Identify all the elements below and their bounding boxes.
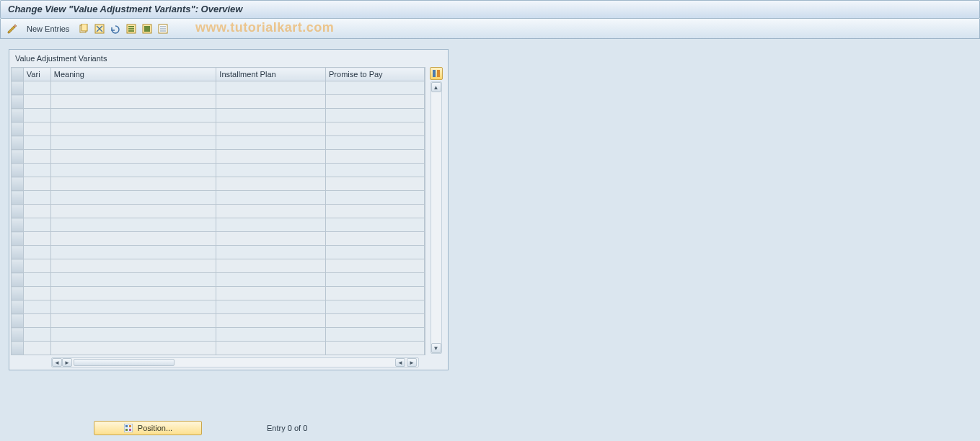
table-cell[interactable] <box>326 205 425 218</box>
new-entries-button[interactable]: New Entries <box>21 22 75 36</box>
table-cell[interactable] <box>23 287 50 300</box>
row-selector[interactable] <box>12 150 24 164</box>
table-row[interactable] <box>12 314 425 328</box>
table-row[interactable] <box>12 109 425 122</box>
table-cell[interactable] <box>23 191 50 205</box>
table-cell[interactable] <box>23 164 50 177</box>
table-row[interactable] <box>12 259 425 273</box>
table-cell[interactable] <box>23 328 50 342</box>
table-cell[interactable] <box>23 150 50 164</box>
select-all-icon[interactable] <box>124 22 138 36</box>
table-cell[interactable] <box>326 109 425 122</box>
table-cell[interactable] <box>326 177 425 191</box>
table-cell[interactable] <box>50 232 216 246</box>
scroll-left-icon[interactable]: ◄ <box>52 358 62 367</box>
table-cell[interactable] <box>50 122 216 136</box>
table-cell[interactable] <box>216 300 326 314</box>
table-cell[interactable] <box>216 109 326 122</box>
table-cell[interactable] <box>326 232 425 246</box>
table-cell[interactable] <box>216 314 326 328</box>
column-header-installment[interactable]: Installment Plan <box>216 68 326 81</box>
table-cell[interactable] <box>326 273 425 287</box>
table-cell[interactable] <box>216 136 326 150</box>
table-cell[interactable] <box>50 287 216 300</box>
row-selector-header[interactable] <box>12 68 24 81</box>
table-cell[interactable] <box>326 164 425 177</box>
scroll-up-icon[interactable]: ▲ <box>431 82 441 92</box>
row-selector[interactable] <box>12 273 24 287</box>
row-selector[interactable] <box>12 136 24 150</box>
table-cell[interactable] <box>216 218 326 232</box>
table-cell[interactable] <box>50 164 216 177</box>
deselect-all-icon[interactable] <box>156 22 170 36</box>
toggle-display-change-icon[interactable] <box>5 22 19 36</box>
table-cell[interactable] <box>326 122 425 136</box>
table-cell[interactable] <box>50 95 216 109</box>
table-cell[interactable] <box>216 259 326 273</box>
table-cell[interactable] <box>326 191 425 205</box>
table-cell[interactable] <box>23 259 50 273</box>
table-cell[interactable] <box>50 136 216 150</box>
table-cell[interactable] <box>326 259 425 273</box>
table-cell[interactable] <box>326 246 425 259</box>
row-selector[interactable] <box>12 232 24 246</box>
table-cell[interactable] <box>326 81 425 95</box>
table-cell[interactable] <box>216 205 326 218</box>
copy-as-icon[interactable] <box>76 22 91 36</box>
row-selector[interactable] <box>12 259 24 273</box>
table-cell[interactable] <box>326 300 425 314</box>
row-selector[interactable] <box>12 177 24 191</box>
row-selector[interactable] <box>12 122 24 136</box>
row-selector[interactable] <box>12 300 24 314</box>
table-row[interactable] <box>12 164 425 177</box>
table-row[interactable] <box>12 287 425 300</box>
table-cell[interactable] <box>50 150 216 164</box>
table-row[interactable] <box>12 191 425 205</box>
table-row[interactable] <box>12 232 425 246</box>
table-cell[interactable] <box>50 205 216 218</box>
row-selector[interactable] <box>12 314 24 328</box>
table-cell[interactable] <box>326 287 425 300</box>
row-selector[interactable] <box>12 95 24 109</box>
row-selector[interactable] <box>12 191 24 205</box>
undo-change-icon[interactable] <box>108 22 123 36</box>
table-cell[interactable] <box>50 342 216 355</box>
table-cell[interactable] <box>216 246 326 259</box>
table-cell[interactable] <box>216 164 326 177</box>
column-header-promise[interactable]: Promise to Pay <box>326 68 425 81</box>
table-row[interactable] <box>12 136 425 150</box>
table-cell[interactable] <box>23 314 50 328</box>
column-header-vari[interactable]: Vari <box>23 68 50 81</box>
table-cell[interactable] <box>326 314 425 328</box>
table-cell[interactable] <box>216 232 326 246</box>
table-row[interactable] <box>12 205 425 218</box>
table-cell[interactable] <box>50 81 216 95</box>
table-cell[interactable] <box>23 136 50 150</box>
table-cell[interactable] <box>216 95 326 109</box>
table-cell[interactable] <box>23 81 50 95</box>
table-cell[interactable] <box>50 109 216 122</box>
table-cell[interactable] <box>23 273 50 287</box>
table-cell[interactable] <box>216 122 326 136</box>
table-cell[interactable] <box>23 109 50 122</box>
table-cell[interactable] <box>50 191 216 205</box>
table-cell[interactable] <box>50 300 216 314</box>
table-row[interactable] <box>12 328 425 342</box>
table-row[interactable] <box>12 81 425 95</box>
table-cell[interactable] <box>50 218 216 232</box>
table-cell[interactable] <box>326 328 425 342</box>
row-selector[interactable] <box>12 109 24 122</box>
table-cell[interactable] <box>23 300 50 314</box>
scroll-right-icon[interactable]: ◄ <box>395 358 405 367</box>
table-cell[interactable] <box>50 246 216 259</box>
table-cell[interactable] <box>326 218 425 232</box>
select-block-icon[interactable] <box>140 22 154 36</box>
row-selector[interactable] <box>12 164 24 177</box>
table-settings-icon[interactable] <box>430 67 443 80</box>
table-row[interactable] <box>12 150 425 164</box>
table-cell[interactable] <box>23 177 50 191</box>
table-cell[interactable] <box>216 287 326 300</box>
table-row[interactable] <box>12 300 425 314</box>
column-header-meaning[interactable]: Meaning <box>50 68 216 81</box>
table-row[interactable] <box>12 95 425 109</box>
